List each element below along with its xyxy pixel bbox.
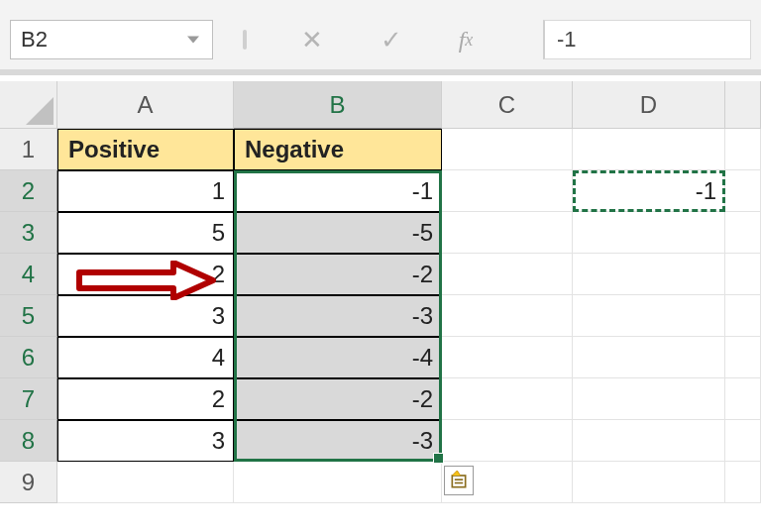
cell-B5[interactable]: -3	[234, 295, 442, 337]
cell-B2[interactable]: -1	[234, 170, 442, 212]
column-header-A[interactable]: A	[57, 81, 234, 129]
cell-E8[interactable]	[725, 420, 761, 462]
column-header-extra[interactable]	[725, 81, 761, 129]
row-header-3[interactable]: 3	[0, 212, 57, 254]
cell-A5[interactable]: 3	[57, 295, 234, 337]
cell-E1[interactable]	[725, 129, 761, 170]
cell-D9[interactable]	[573, 462, 725, 503]
formula-bar: B2 ✕ ✓ fx -1	[0, 0, 761, 75]
name-box[interactable]: B2	[10, 20, 213, 59]
cell-E6[interactable]	[725, 337, 761, 378]
column-header-D[interactable]: D	[573, 81, 725, 129]
cell-E2[interactable]	[725, 170, 761, 212]
cell-A7[interactable]: 2	[57, 378, 234, 420]
cell-A8[interactable]: 3	[57, 420, 234, 462]
cell-C8[interactable]	[442, 420, 573, 462]
row-header-9[interactable]: 9	[0, 462, 57, 503]
enter-button[interactable]: ✓	[367, 20, 416, 59]
check-icon: ✓	[380, 25, 402, 55]
cell-B7[interactable]: -2	[234, 378, 442, 420]
cell-A9[interactable]	[57, 462, 234, 503]
cell-B1[interactable]: Negative	[234, 129, 442, 170]
column-header-B[interactable]: B	[234, 81, 442, 129]
cancel-button[interactable]: ✕	[287, 20, 337, 59]
cell-A6[interactable]: 4	[57, 337, 234, 378]
name-box-value: B2	[21, 27, 48, 53]
cell-A1[interactable]: Positive	[57, 129, 234, 170]
cell-D2[interactable]: -1	[573, 170, 725, 212]
cell-A3[interactable]: 5	[57, 212, 234, 254]
fx-x: x	[465, 30, 473, 51]
row-header-6[interactable]: 6	[0, 337, 57, 378]
cell-E3[interactable]	[725, 212, 761, 254]
cell-E9[interactable]	[725, 462, 761, 503]
column-header-C[interactable]: C	[442, 81, 573, 129]
row-header-8[interactable]: 8	[0, 420, 57, 462]
cell-D1[interactable]	[573, 129, 725, 170]
paste-options-icon	[449, 471, 469, 490]
svg-rect-0	[452, 476, 465, 487]
row-header-1[interactable]: 1	[0, 129, 57, 170]
cell-C5[interactable]	[442, 295, 573, 337]
insert-function-button[interactable]: fx	[441, 20, 490, 59]
spreadsheet-grid: A B C D 1 2 3 4 5 6 7 8 9 Positive Negat…	[0, 81, 761, 532]
cell-A4[interactable]: 2	[57, 254, 234, 295]
cell-E7[interactable]	[725, 378, 761, 420]
svg-rect-2	[455, 482, 463, 484]
row-header-7[interactable]: 7	[0, 378, 57, 420]
cell-D3[interactable]	[573, 212, 725, 254]
formula-input[interactable]: -1	[543, 20, 751, 59]
cell-E5[interactable]	[725, 295, 761, 337]
cancel-icon: ✕	[301, 25, 323, 55]
formula-input-value: -1	[557, 27, 577, 53]
cell-B4[interactable]: -2	[234, 254, 442, 295]
cell-B3[interactable]: -5	[234, 212, 442, 254]
formula-bar-separator	[243, 30, 247, 50]
row-header-5[interactable]: 5	[0, 295, 57, 337]
cell-B9[interactable]	[234, 462, 442, 503]
cell-D6[interactable]	[573, 337, 725, 378]
paste-options-button[interactable]	[444, 466, 474, 495]
cell-B8[interactable]: -3	[234, 420, 442, 462]
select-all-triangle[interactable]	[0, 81, 57, 129]
row-header-2[interactable]: 2	[0, 170, 57, 212]
cell-A2[interactable]: 1	[57, 170, 234, 212]
cell-C1[interactable]	[442, 129, 573, 170]
name-box-dropdown-icon[interactable]	[184, 31, 202, 49]
cell-B6[interactable]: -4	[234, 337, 442, 378]
row-header-4[interactable]: 4	[0, 254, 57, 295]
cell-E4[interactable]	[725, 254, 761, 295]
cell-D7[interactable]	[573, 378, 725, 420]
cell-C6[interactable]	[442, 337, 573, 378]
cell-D8[interactable]	[573, 420, 725, 462]
cell-C4[interactable]	[442, 254, 573, 295]
cell-D5[interactable]	[573, 295, 725, 337]
cell-D4[interactable]	[573, 254, 725, 295]
svg-rect-1	[455, 479, 463, 480]
cell-C3[interactable]	[442, 212, 573, 254]
cell-C7[interactable]	[442, 378, 573, 420]
cell-C2[interactable]	[442, 170, 573, 212]
